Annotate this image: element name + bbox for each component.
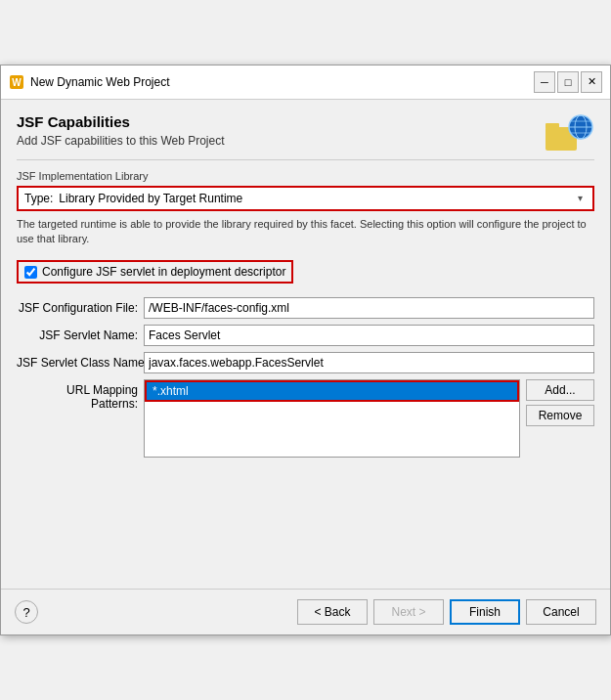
url-mapping-content: *.xhtml Add... Remove: [144, 379, 594, 458]
dialog-content: JSF Capabilities Add JSF capabilities to…: [1, 100, 610, 472]
header-text: JSF Capabilities Add JSF capabilities to…: [17, 113, 544, 159]
nav-buttons: < Back Next > Finish Cancel: [297, 599, 596, 625]
servlet-name-label: JSF Servlet Name:: [17, 328, 144, 342]
window-title: New Dynamic Web Project: [30, 75, 528, 89]
page-subtitle: Add JSF capabilities to this Web Project: [17, 134, 544, 148]
empty-space: [1, 471, 610, 589]
help-button[interactable]: ?: [15, 600, 38, 624]
type-row: Type: Library Provided by Target Runtime…: [17, 186, 594, 211]
servlet-name-row: JSF Servlet Name:: [17, 325, 594, 346]
url-mapping-item[interactable]: *.xhtml: [145, 380, 519, 402]
minimize-button[interactable]: ─: [534, 71, 555, 93]
servlet-class-label: JSF Servlet Class Name:: [17, 356, 144, 370]
url-mapping-label: URL Mapping Patterns:: [17, 379, 144, 411]
type-select-wrapper: Library Provided by Target Runtime Disab…: [57, 191, 587, 206]
url-mapping-section: URL Mapping Patterns: *.xhtml Add... Rem…: [17, 379, 594, 458]
add-button[interactable]: Add...: [526, 379, 594, 401]
type-select[interactable]: Library Provided by Target Runtime Disab…: [57, 191, 587, 206]
header-row: JSF Capabilities Add JSF capabilities to…: [17, 113, 594, 159]
dialog-window: W New Dynamic Web Project ─ □ ✕ JSF Capa…: [0, 65, 611, 636]
bottom-bar: ? < Back Next > Finish Cancel: [1, 589, 610, 634]
header-icon: [544, 113, 594, 156]
finish-button[interactable]: Finish: [450, 599, 520, 625]
window-controls: ─ □ ✕: [534, 71, 602, 93]
title-bar: W New Dynamic Web Project ─ □ ✕: [1, 66, 610, 100]
jsf-impl-label: JSF Implementation Library: [17, 170, 594, 182]
cancel-button[interactable]: Cancel: [526, 599, 596, 625]
type-label: Type:: [24, 192, 53, 205]
close-button[interactable]: ✕: [581, 71, 602, 93]
url-mapping-list[interactable]: *.xhtml: [144, 379, 520, 458]
back-button[interactable]: < Back: [297, 599, 368, 625]
next-button[interactable]: Next >: [373, 599, 444, 625]
servlet-name-input[interactable]: [144, 325, 594, 346]
config-file-input[interactable]: [144, 297, 594, 319]
servlet-class-input[interactable]: [144, 352, 594, 373]
url-mapping-buttons: Add... Remove: [526, 379, 594, 458]
servlet-class-row: JSF Servlet Class Name:: [17, 352, 594, 373]
remove-button[interactable]: Remove: [526, 405, 594, 426]
configure-checkbox-label[interactable]: Configure JSF servlet in deployment desc…: [17, 260, 293, 284]
jsf-impl-section: JSF Implementation Library Type: Library…: [17, 170, 594, 247]
config-file-label: JSF Configuration File:: [17, 301, 144, 315]
configure-row: Configure JSF servlet in deployment desc…: [17, 260, 594, 297]
window-icon: W: [9, 74, 24, 90]
svg-text:W: W: [12, 77, 22, 88]
config-file-row: JSF Configuration File:: [17, 297, 594, 319]
svg-rect-3: [546, 123, 559, 129]
configure-checkbox[interactable]: [24, 266, 37, 279]
page-title: JSF Capabilities: [17, 113, 544, 130]
configure-checkbox-text: Configure JSF servlet in deployment desc…: [42, 265, 285, 279]
form-section: JSF Configuration File: JSF Servlet Name…: [17, 297, 594, 458]
jsf-impl-description: The targeted runtime is able to provide …: [17, 217, 594, 247]
maximize-button[interactable]: □: [557, 71, 579, 93]
